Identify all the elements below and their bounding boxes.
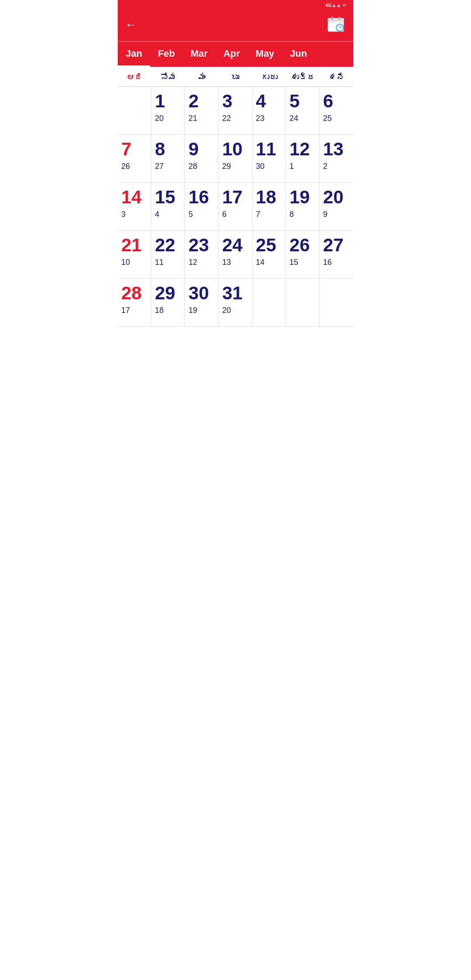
- date-number: 22: [155, 235, 175, 255]
- calendar-cell-20[interactable]: 209: [320, 183, 353, 231]
- date-number: 29: [155, 283, 175, 303]
- telugu-date: 14: [256, 258, 265, 267]
- calendar-cell-23[interactable]: 2312: [185, 231, 218, 279]
- telugu-date: 5: [188, 210, 193, 219]
- calendar-cell-31[interactable]: 3120: [218, 279, 252, 327]
- date-number: 1: [155, 91, 165, 111]
- calendar-cell-7[interactable]: 726: [118, 135, 151, 183]
- calendar-cell-25[interactable]: 2514: [253, 231, 286, 279]
- telugu-date: 22: [222, 114, 231, 123]
- calendar-cell-8[interactable]: 827: [151, 135, 185, 183]
- date-number: 26: [290, 235, 310, 255]
- date-number: 10: [222, 139, 242, 159]
- next-year-button[interactable]: [325, 15, 346, 35]
- telugu-date: 2: [323, 162, 328, 171]
- header-left: ←: [125, 19, 143, 31]
- telugu-date: 16: [323, 258, 332, 267]
- date-number: 14: [121, 187, 142, 207]
- app-header: ←: [118, 10, 353, 41]
- date-number: 9: [188, 139, 198, 159]
- calendar-grid: 1202213224235246257268279281029113012113…: [118, 87, 353, 327]
- month-tab-may[interactable]: May: [248, 42, 282, 67]
- calendar-cell-21[interactable]: 2110: [118, 231, 151, 279]
- telugu-date: 8: [290, 210, 294, 219]
- calendar-cell-empty-0-0: [118, 87, 151, 135]
- calendar-cell-4[interactable]: 423: [253, 87, 286, 135]
- date-number: 5: [290, 91, 300, 111]
- calendar-cell-17[interactable]: 176: [218, 183, 252, 231]
- date-number: 2: [188, 91, 198, 111]
- svg-point-8: [339, 27, 340, 28]
- telugu-date: 3: [121, 210, 126, 219]
- calendar-cell-16[interactable]: 165: [185, 183, 218, 231]
- day-header-ఆది: ఆది: [118, 67, 151, 86]
- date-number: 30: [188, 283, 209, 303]
- svg-rect-2: [331, 17, 333, 20]
- calendar-cell-18[interactable]: 187: [253, 183, 286, 231]
- telugu-date: 13: [222, 258, 231, 267]
- calendar-cell-24[interactable]: 2413: [218, 231, 252, 279]
- calendar-cell-9[interactable]: 928: [185, 135, 218, 183]
- calendar-cell-11[interactable]: 1130: [253, 135, 286, 183]
- date-number: 17: [222, 187, 242, 207]
- month-tab-feb[interactable]: Feb: [150, 42, 183, 67]
- date-number: 4: [256, 91, 266, 111]
- date-number: 3: [222, 91, 232, 111]
- date-number: 15: [155, 187, 175, 207]
- date-number: 20: [323, 187, 344, 207]
- calendar-cell-26[interactable]: 2615: [286, 231, 320, 279]
- svg-rect-3: [338, 17, 340, 20]
- telugu-date: 10: [121, 258, 130, 267]
- telugu-date: 4: [155, 210, 159, 219]
- calendar-cell-27[interactable]: 2716: [320, 231, 353, 279]
- telugu-date: 24: [290, 114, 298, 123]
- back-button[interactable]: ←: [125, 19, 137, 31]
- battery-indicator: [343, 4, 346, 6]
- calendar-cell-12[interactable]: 121: [286, 135, 320, 183]
- calendar-cell-1[interactable]: 120: [151, 87, 185, 135]
- telugu-date: 11: [155, 258, 164, 267]
- telugu-date: 30: [256, 162, 265, 171]
- day-headers: ఆదిసోమమంబుగురుశుక్రశని: [118, 67, 353, 87]
- telugu-date: 9: [323, 210, 328, 219]
- day-header-సోమ: సోమ: [151, 67, 185, 86]
- date-number: 19: [290, 187, 310, 207]
- date-number: 11: [256, 139, 276, 159]
- telugu-date: 1: [290, 162, 294, 171]
- month-tab-jun[interactable]: Jun: [282, 42, 315, 67]
- telugu-date: 20: [155, 114, 164, 123]
- month-tab-apr[interactable]: Apr: [215, 42, 248, 67]
- day-header-శుక్ర: శుక్ర: [286, 67, 320, 86]
- calendar-cell-29[interactable]: 2918: [151, 279, 185, 327]
- date-number: 6: [323, 91, 333, 111]
- calendar-cell-empty-4-6: [320, 279, 353, 327]
- calendar-cell-19[interactable]: 198: [286, 183, 320, 231]
- calendar-cell-30[interactable]: 3019: [185, 279, 218, 327]
- date-number: 16: [188, 187, 209, 207]
- calendar-cell-14[interactable]: 143: [118, 183, 151, 231]
- calendar-cell-10[interactable]: 1029: [218, 135, 252, 183]
- calendar-cell-15[interactable]: 154: [151, 183, 185, 231]
- calendar-cell-22[interactable]: 2211: [151, 231, 185, 279]
- telugu-date: 20: [222, 306, 231, 315]
- date-number: 21: [121, 235, 142, 255]
- telugu-date: 19: [188, 306, 197, 315]
- month-tab-mar[interactable]: Mar: [183, 42, 215, 67]
- month-tab-jan[interactable]: Jan: [118, 42, 150, 67]
- svg-rect-1: [328, 18, 344, 22]
- calendar-cell-5[interactable]: 524: [286, 87, 320, 135]
- date-number: 8: [155, 139, 165, 159]
- date-number: 27: [323, 235, 344, 255]
- calendar-cell-2[interactable]: 221: [185, 87, 218, 135]
- telugu-date: 12: [188, 258, 197, 267]
- calendar-icon: [325, 15, 346, 34]
- day-header-బు: బు: [218, 67, 252, 86]
- calendar-cell-28[interactable]: 2817: [118, 279, 151, 327]
- telugu-date: 23: [256, 114, 265, 123]
- date-number: 25: [256, 235, 276, 255]
- calendar-cell-3[interactable]: 322: [218, 87, 252, 135]
- bottom-space: [118, 327, 353, 344]
- calendar-cell-6[interactable]: 625: [320, 87, 353, 135]
- month-tabs: JanFebMarAprMayJun: [118, 41, 353, 67]
- calendar-cell-13[interactable]: 132: [320, 135, 353, 183]
